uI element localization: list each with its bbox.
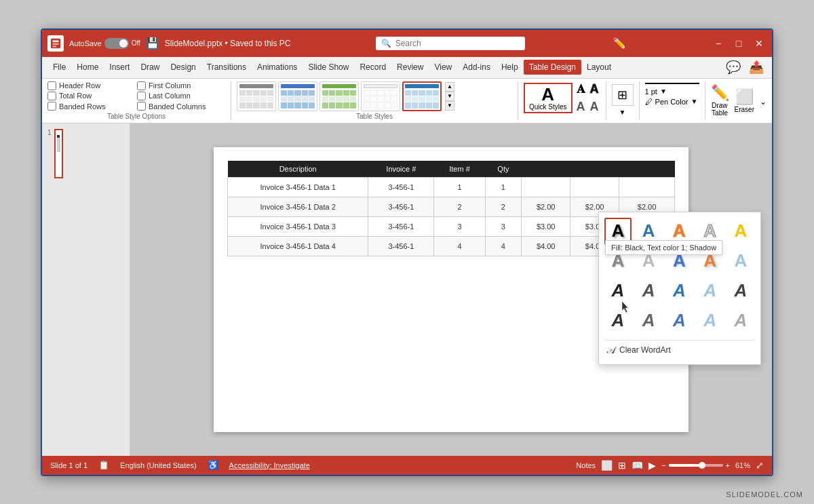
wordart-style-dark-3d[interactable]: A bbox=[604, 277, 632, 305]
cell-desc-2: Invoice 3-456-1 Data 2 bbox=[228, 197, 368, 216]
table-grid-button[interactable]: ⊞ bbox=[612, 84, 634, 106]
style-swatch-5[interactable] bbox=[402, 81, 442, 111]
file-name: SlideModel.pptx • Saved to this PC bbox=[165, 39, 291, 48]
app-window: AutoSave Off 💾 SlideModel.pptx • Saved t… bbox=[41, 28, 773, 476]
banded-columns-checkbox[interactable]: Banded Columns bbox=[137, 102, 225, 111]
style-scroll-down[interactable]: ▼ bbox=[445, 92, 454, 101]
wordart-style-gray-3d[interactable]: A bbox=[635, 277, 662, 305]
menu-addins[interactable]: Add-ins bbox=[457, 60, 496, 75]
clear-wordart-icon: 𝒜 bbox=[607, 345, 615, 356]
autosave-area: AutoSave Off bbox=[69, 38, 140, 49]
cell-desc-4: Invoice 3-456-1 Data 4 bbox=[228, 236, 368, 256]
wordart-section: A Quick Styles 𝐀 A A A bbox=[518, 81, 600, 120]
wordart-style-blue-3d[interactable]: A bbox=[665, 277, 693, 305]
comments-icon[interactable]: 💬 bbox=[723, 58, 743, 76]
table-arrow-down[interactable]: ▼ bbox=[618, 107, 627, 117]
zoom-track[interactable] bbox=[669, 464, 723, 467]
svg-rect-1 bbox=[53, 40, 59, 42]
quick-styles-button[interactable]: A Quick Styles bbox=[524, 83, 573, 113]
zoom-level: 61% bbox=[735, 461, 750, 469]
header-row-checkbox[interactable]: Header Row bbox=[47, 81, 136, 90]
quick-styles-label: Quick Styles bbox=[529, 103, 567, 111]
ribbon-expand[interactable]: ⌄ bbox=[760, 81, 767, 120]
status-bar: Slide 1 of 1 📋 English (United States) ♿… bbox=[42, 456, 772, 475]
search-input[interactable] bbox=[395, 39, 520, 48]
notes-button[interactable]: Notes bbox=[576, 461, 596, 469]
wordart-style-btn-4[interactable]: A bbox=[589, 99, 600, 115]
menu-home[interactable]: Home bbox=[71, 60, 104, 75]
menu-record[interactable]: Record bbox=[354, 60, 391, 75]
autosave-toggle[interactable] bbox=[104, 38, 129, 49]
table-styles-section: ▲ ▼ ▼ Table Styles bbox=[237, 81, 512, 120]
menu-insert[interactable]: Insert bbox=[104, 60, 135, 75]
svg-rect-3 bbox=[53, 45, 56, 47]
pen-color-dropdown[interactable]: ▼ bbox=[691, 98, 697, 105]
table-styles-label: Table Styles bbox=[237, 113, 512, 120]
menu-tabledesign[interactable]: Table Design bbox=[524, 60, 581, 75]
style-scroll-expand[interactable]: ▼ bbox=[445, 101, 454, 111]
table-row: Invoice 3-456-1 Data 1 3-456-1 1 1 bbox=[228, 177, 675, 197]
save-icon[interactable]: 💾 bbox=[146, 37, 159, 50]
total-row-checkbox[interactable]: Total Row bbox=[47, 92, 136, 100]
wordart-style-gold[interactable]: A bbox=[727, 218, 754, 245]
menu-file[interactable]: File bbox=[47, 60, 71, 75]
menu-layout[interactable]: Layout bbox=[581, 60, 617, 75]
col-description: Description bbox=[228, 161, 368, 178]
cell-inv-2: 3-456-1 bbox=[368, 197, 434, 216]
menu-transitions[interactable]: Transitions bbox=[201, 60, 252, 75]
window-controls: − □ ✕ bbox=[711, 36, 767, 51]
notes-accessibility-icon: 📋 bbox=[98, 460, 109, 470]
menu-help[interactable]: Help bbox=[496, 60, 524, 75]
pen-size-dropdown[interactable]: ▼ bbox=[660, 88, 667, 95]
wordart-style-r4-2[interactable]: A bbox=[635, 307, 662, 334]
wordart-style-r4-3[interactable]: A bbox=[665, 307, 693, 334]
menu-draw[interactable]: Draw bbox=[135, 60, 165, 75]
normal-view-icon[interactable]: ⬜ bbox=[601, 460, 613, 471]
menu-animations[interactable]: Animations bbox=[252, 60, 303, 75]
accessibility-label[interactable]: Accessibility: Investigate bbox=[229, 461, 310, 469]
wordart-style-light-3d[interactable]: A bbox=[697, 277, 724, 305]
close-button[interactable]: ✕ bbox=[752, 36, 767, 51]
share-icon[interactable]: 📤 bbox=[746, 58, 767, 76]
clear-wordart-button[interactable]: 𝒜 Clear WordArt bbox=[604, 340, 755, 359]
reading-view-icon[interactable]: 📖 bbox=[632, 460, 643, 471]
eraser-button[interactable]: ⬜ Eraser bbox=[735, 88, 754, 113]
wordart-style-light-blue[interactable]: A bbox=[727, 248, 754, 275]
style-swatch-2[interactable] bbox=[278, 81, 317, 111]
search-bar[interactable]: 🔍 bbox=[376, 37, 525, 50]
style-swatch-4[interactable] bbox=[361, 81, 400, 111]
wordart-style-r4-4[interactable]: A bbox=[697, 307, 724, 334]
zoom-slider: − + bbox=[661, 461, 730, 469]
language: English (United States) bbox=[120, 461, 197, 469]
fit-slide-icon[interactable]: ⤢ bbox=[756, 460, 764, 471]
draw-table-button[interactable]: ✏️ DrawTable bbox=[711, 84, 729, 117]
banded-rows-checkbox[interactable]: Banded Rows bbox=[47, 102, 136, 111]
col-unit bbox=[522, 161, 570, 178]
menu-design[interactable]: Design bbox=[165, 60, 201, 75]
cell-p1-3: $3.00 bbox=[522, 216, 570, 236]
slide-thumbnail[interactable] bbox=[54, 129, 63, 178]
menu-slideshow[interactable]: Slide Show bbox=[303, 60, 354, 75]
wordart-style-hatched[interactable]: A bbox=[727, 277, 754, 305]
wordart-style-btn-2[interactable]: A bbox=[589, 81, 600, 97]
eraser-label: Eraser bbox=[735, 106, 754, 113]
menu-review[interactable]: Review bbox=[391, 60, 429, 75]
style-swatch-1[interactable] bbox=[237, 81, 276, 111]
col-item: Item # bbox=[434, 161, 485, 178]
slide-panel: 1 bbox=[42, 123, 130, 456]
wordart-style-btn-1[interactable]: 𝐀 bbox=[575, 81, 587, 97]
slide-sorter-icon[interactable]: ⊞ bbox=[618, 460, 626, 471]
minimize-button[interactable]: − bbox=[711, 36, 726, 51]
presenter-view-icon[interactable]: ▶ bbox=[648, 460, 656, 471]
maximize-button[interactable]: □ bbox=[731, 36, 746, 51]
zoom-out-icon[interactable]: − bbox=[661, 461, 665, 469]
style-scroll-up[interactable]: ▲ bbox=[445, 82, 454, 92]
ribbon: Header Row First Column Total Row Last C… bbox=[42, 79, 772, 123]
menu-view[interactable]: View bbox=[429, 60, 457, 75]
first-column-checkbox[interactable]: First Column bbox=[137, 81, 225, 90]
last-column-checkbox[interactable]: Last Column bbox=[137, 92, 225, 100]
zoom-in-icon[interactable]: + bbox=[726, 461, 730, 469]
wordart-style-r4-5[interactable]: A bbox=[727, 307, 754, 334]
style-swatch-3[interactable] bbox=[319, 81, 359, 111]
wordart-style-btn-3[interactable]: A bbox=[575, 99, 587, 115]
